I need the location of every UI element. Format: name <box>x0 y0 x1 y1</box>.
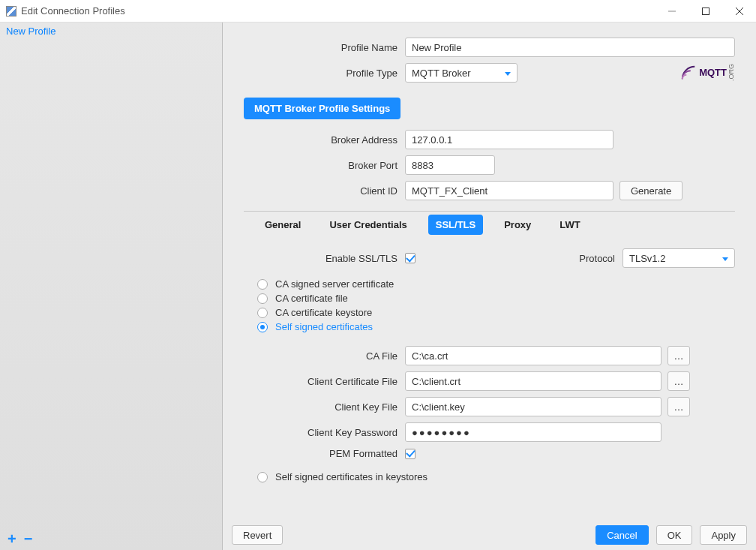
ca-file-browse-button[interactable]: … <box>668 346 690 365</box>
minimize-button[interactable] <box>655 0 688 23</box>
tab-bar: General User Credentials SSL/TLS Proxy L… <box>257 215 735 235</box>
profile-name-label: Profile Name <box>244 42 405 53</box>
chevron-down-icon <box>722 253 728 264</box>
add-profile-button[interactable]: + <box>8 533 16 544</box>
svg-marker-4 <box>505 72 511 76</box>
radio-ca-cert-keystore[interactable]: CA certificate keystore <box>257 305 735 320</box>
remove-profile-button[interactable]: − <box>24 533 33 544</box>
radio-icon <box>257 472 268 482</box>
svg-rect-1 <box>702 8 709 14</box>
ca-file-input[interactable] <box>405 346 662 365</box>
broker-port-label: Broker Port <box>244 160 405 171</box>
pem-formatted-checkbox[interactable] <box>405 449 416 459</box>
tab-proxy[interactable]: Proxy <box>496 215 538 235</box>
mqtt-logo: MQTT .ORG <box>680 64 735 81</box>
radio-icon <box>257 308 268 318</box>
radio-icon <box>257 322 268 332</box>
client-id-label: Client ID <box>244 185 405 197</box>
radio-icon <box>257 293 268 304</box>
tab-ssl-tls[interactable]: SSL/TLS <box>428 215 483 235</box>
maximize-button[interactable] <box>688 0 722 23</box>
broker-address-input[interactable] <box>405 130 614 149</box>
enable-ssl-checkbox[interactable] <box>405 253 416 263</box>
client-cert-browse-button[interactable]: … <box>668 371 690 391</box>
protocol-label: Protocol <box>579 253 622 264</box>
client-cert-input[interactable] <box>405 371 662 391</box>
profile-type-select[interactable]: MQTT Broker <box>405 63 518 83</box>
profile-name-input[interactable] <box>405 38 735 57</box>
profile-type-value: MQTT Broker <box>412 68 471 79</box>
radio-icon <box>257 279 268 290</box>
profiles-list: New Profile <box>0 23 222 527</box>
radio-self-signed[interactable]: Self signed certificates <box>257 320 735 334</box>
client-key-input[interactable] <box>405 397 662 416</box>
titlebar: Edit Connection Profiles <box>0 0 756 23</box>
profile-list-item[interactable]: New Profile <box>0 23 222 40</box>
chevron-down-icon <box>505 68 511 79</box>
broker-address-label: Broker Address <box>244 134 405 146</box>
app-icon <box>6 6 16 17</box>
protocol-value: TLSv1.2 <box>629 253 665 264</box>
revert-button[interactable]: Revert <box>232 525 283 545</box>
cert-mode-group: CA signed server certificate CA certific… <box>257 277 735 334</box>
profile-type-label: Profile Type <box>244 68 405 79</box>
ok-button[interactable]: OK <box>656 525 693 545</box>
client-cert-label: Client Certificate File <box>244 376 405 387</box>
pem-formatted-label: PEM Formatted <box>244 448 405 459</box>
client-key-browse-button[interactable]: … <box>668 397 690 416</box>
profiles-sidebar: New Profile + − <box>0 23 223 550</box>
broker-port-input[interactable] <box>405 155 495 175</box>
window-title: Edit Connection Profiles <box>21 5 125 17</box>
radio-ca-signed-server[interactable]: CA signed server certificate <box>257 277 735 291</box>
client-key-pw-input[interactable] <box>405 422 662 442</box>
client-key-label: Client Key File <box>244 401 405 413</box>
client-id-input[interactable] <box>405 181 614 200</box>
divider <box>244 211 735 212</box>
svg-marker-5 <box>722 257 728 261</box>
radio-ca-cert-file[interactable]: CA certificate file <box>257 291 735 305</box>
enable-ssl-label: Enable SSL/TLS <box>244 253 405 264</box>
main-panel: Profile Name Profile Type MQTT Broker <box>223 23 756 550</box>
close-button[interactable] <box>722 0 756 23</box>
generate-button[interactable]: Generate <box>620 181 682 200</box>
radio-self-signed-keystores[interactable]: Self signed certificates in keystores <box>257 470 735 484</box>
apply-button[interactable]: Apply <box>700 525 747 545</box>
ca-file-label: CA File <box>244 350 405 362</box>
protocol-select[interactable]: TLSv1.2 <box>622 248 735 268</box>
cancel-button[interactable]: Cancel <box>596 525 648 545</box>
dialog-footer: Revert Cancel OK Apply <box>223 520 756 550</box>
tab-general[interactable]: General <box>257 215 308 235</box>
mqtt-logo-icon <box>680 65 697 81</box>
tab-user-credentials[interactable]: User Credentials <box>322 215 414 235</box>
section-header: MQTT Broker Profile Settings <box>244 98 400 119</box>
tab-lwt[interactable]: LWT <box>552 215 587 235</box>
client-key-pw-label: Client Key Password <box>244 427 405 438</box>
